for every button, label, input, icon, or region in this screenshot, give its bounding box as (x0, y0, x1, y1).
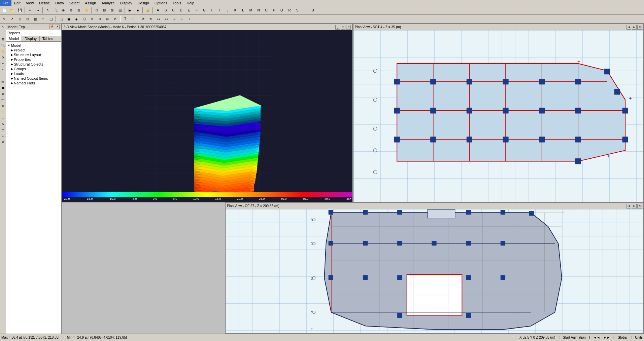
tb-btn-c[interactable]: C (170, 7, 177, 14)
tb-btn-f[interactable]: F (193, 7, 200, 14)
tool-rebar[interactable]: ≡ (0, 103, 6, 109)
tb2-btn-i[interactable]: ▣ (65, 15, 72, 23)
tb-stop[interactable]: ■ (134, 7, 141, 14)
view-3d-canvas[interactable]: -20.0 -15.0 -10.0 -5.0 0.0 5.0 10.0 15.0… (62, 30, 352, 202)
tb-btn-k[interactable]: K (232, 7, 239, 14)
tab-display[interactable]: Display (22, 36, 40, 41)
view-plan-top-canvas[interactable]: + + + + (353, 30, 643, 202)
tb-pan[interactable]: ✋ (83, 7, 90, 14)
tree-item-structure-layout[interactable]: ▶ Structure Layout (6, 52, 61, 57)
tb-btn-h[interactable]: H (208, 7, 216, 14)
view-plan-bottom-close[interactable]: ✕ (637, 204, 642, 209)
tb-btn-t[interactable]: T (301, 7, 309, 14)
tool-cross[interactable]: ✕ (0, 140, 6, 145)
tool-shell[interactable]: ▭ (0, 79, 6, 84)
menu-edit[interactable]: Edit (11, 0, 23, 6)
view-plan-bottom-canvas[interactable]: B C D E F (226, 209, 643, 333)
tb-xy-view[interactable]: ⊟ (101, 7, 108, 14)
tb-yz-view[interactable]: ▤ (116, 7, 124, 14)
tb-btn-p[interactable]: P (270, 7, 278, 14)
tb-zoom-all[interactable]: ⊞ (75, 7, 82, 14)
tb2-btn-s[interactable]: ⟲ (147, 15, 155, 23)
tb2-btn-d[interactable]: ⊟ (24, 15, 31, 23)
tab-model[interactable]: Model (6, 36, 22, 41)
tool-rubber[interactable]: ⊞ (0, 37, 6, 42)
tb2-btn-t[interactable]: ⊶ (155, 15, 162, 23)
tb-zoom-out[interactable]: ⊖ (67, 7, 75, 14)
tb-btn-m[interactable]: M (247, 7, 255, 14)
menu-view[interactable]: View (23, 0, 37, 6)
tb-btn-r[interactable]: R (286, 7, 293, 14)
tool-tendon[interactable]: 〰 (0, 97, 6, 103)
tool-section[interactable]: ✂ (0, 61, 6, 66)
tree-item-named-output[interactable]: ▶ Named Output Items (6, 76, 61, 81)
menu-tools[interactable]: Tools (170, 0, 184, 6)
view-3d-close[interactable]: ✕ (346, 25, 351, 30)
tb-3d-view[interactable]: □ (93, 7, 100, 14)
tb2-btn-a[interactable]: ↖ (1, 15, 8, 23)
tb2-btn-r[interactable]: ⟳ (139, 15, 147, 23)
tool-rotate[interactable]: ⟳ (0, 55, 6, 60)
tool-select[interactable]: ↖ (0, 25, 6, 30)
tool-frame[interactable]: ─ (0, 73, 6, 78)
tb2-btn-q[interactable]: ↕ (129, 15, 137, 23)
tb-redo[interactable]: ↪ (34, 7, 41, 14)
sidebar-close[interactable]: ✕ (55, 25, 60, 29)
tb-save[interactable]: 💾 (16, 7, 24, 14)
tb-select[interactable]: ↖ (44, 7, 52, 14)
tb2-btn-l[interactable]: ⊕ (88, 15, 96, 23)
view-plan-bottom-scroll-left[interactable]: ◄ (626, 204, 631, 209)
view-3d-maximize[interactable]: □ (341, 25, 345, 30)
menu-analyze[interactable]: Analyze (99, 0, 117, 6)
tool-zoom[interactable]: 🔍 (0, 43, 6, 48)
tool-node[interactable]: • (0, 67, 6, 72)
tb-btn-b[interactable]: B (162, 7, 169, 14)
tb2-btn-u[interactable]: ⊷ (163, 15, 170, 23)
menu-file[interactable]: File (0, 0, 11, 6)
tb-zoom-in[interactable]: ⊕ (60, 7, 67, 14)
tool-solid[interactable]: ◼ (0, 85, 6, 90)
tb2-btn-k[interactable]: ⬡ (80, 15, 88, 23)
tb-btn-s[interactable]: S (294, 7, 301, 14)
tb2-btn-b[interactable]: ↗ (8, 15, 16, 23)
status-nav-next[interactable]: ►► (603, 336, 610, 339)
tb2-btn-g[interactable]: ◫ (47, 15, 55, 23)
tb2-btn-m[interactable]: ⊖ (96, 15, 103, 23)
tb-run[interactable]: ▶ (126, 7, 134, 14)
tree-item-loads[interactable]: ▶ Loads (6, 71, 61, 76)
tb2-btn-c[interactable]: ⊞ (16, 15, 24, 23)
menu-help[interactable]: Help (184, 0, 197, 6)
tb-btn-q[interactable]: Q (278, 7, 285, 14)
tool-pan[interactable]: ✋ (0, 49, 6, 54)
menu-design[interactable]: Design (135, 0, 152, 6)
status-animation[interactable]: Start Animation (563, 336, 586, 339)
menu-display[interactable]: Display (117, 0, 135, 6)
tb-new[interactable]: 📄 (1, 7, 8, 14)
tb2-btn-f[interactable]: □ (39, 15, 47, 23)
tab-tables[interactable]: Tables (40, 36, 56, 41)
tree-item-properties[interactable]: ▶ Properties (6, 57, 61, 62)
tree-item-structural-objects[interactable]: ▶ Structural Objects (6, 62, 61, 67)
tool-dimension[interactable]: ↔ (0, 115, 6, 121)
tree-item-model[interactable]: ▼ Model (6, 43, 61, 48)
tree-item-project[interactable]: ▶ Project (6, 48, 61, 52)
tb2-btn-p[interactable]: T (122, 15, 129, 23)
tb2-btn-o[interactable]: ⊘ (111, 15, 119, 23)
status-nav-prev[interactable]: ◄◄ (593, 336, 600, 339)
view-plan-top-close[interactable]: ✕ (637, 25, 642, 30)
tool-link[interactable]: ⊗ (0, 91, 6, 97)
tool-measure[interactable]: 📏 (0, 109, 6, 115)
tree-item-groups[interactable]: ▶ Groups (6, 67, 61, 71)
tb-btn-n[interactable]: N (255, 7, 262, 14)
menu-draw[interactable]: Draw (53, 0, 67, 6)
tb-undo[interactable]: ↩ (26, 7, 34, 14)
tool-magic[interactable]: ✦ (0, 134, 6, 139)
tool-annotation[interactable]: A (0, 121, 6, 127)
tb-btn-j[interactable]: J (224, 7, 231, 14)
tb-btn-l[interactable]: L (239, 7, 247, 14)
sidebar-pin[interactable]: 📌 (49, 25, 54, 29)
tb-btn-o[interactable]: O (263, 7, 270, 14)
menu-define[interactable]: Define (36, 0, 53, 6)
view-plan-top-scroll-right[interactable]: ► (632, 25, 637, 30)
view-plan-bottom-scroll-right[interactable]: ► (632, 204, 637, 209)
